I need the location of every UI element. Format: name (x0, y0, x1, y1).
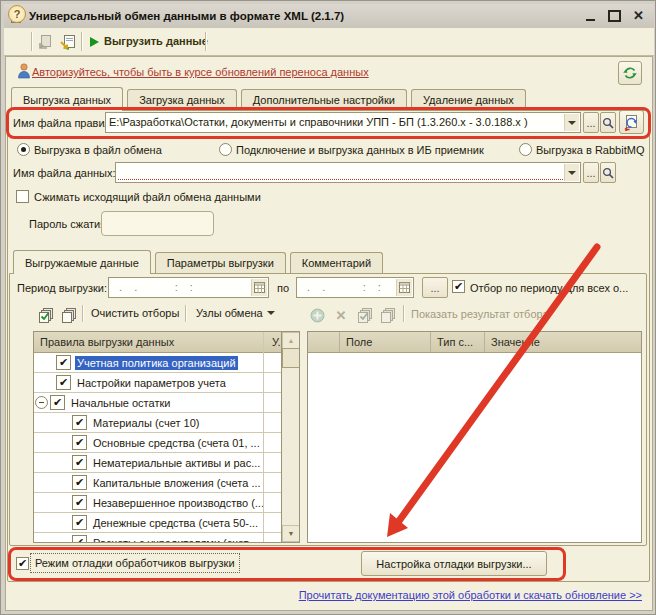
vertical-scrollbar[interactable]: ▲ ▼ (281, 332, 299, 542)
field-column-header: Поле (340, 332, 431, 352)
exchange-mode-label-0: Выгрузка в файл обмена (34, 144, 162, 156)
inner-tab-0[interactable]: Выгружаемые данные (13, 250, 151, 274)
rules-tree-row[interactable]: Капитальные вложения (счета ... (34, 473, 282, 493)
refresh-icon (622, 65, 638, 81)
data-file-label: Имя файла данных: (13, 167, 116, 179)
auth-link[interactable]: Авторизуйтесь, чтобы быть в курсе обновл… (32, 66, 369, 78)
exchange-mode-radio-0[interactable] (17, 143, 30, 156)
scroll-down-icon[interactable]: ▼ (282, 525, 300, 542)
minimize-button[interactable] (583, 8, 598, 23)
password-field[interactable] (101, 211, 214, 236)
inner-tab-2[interactable]: Комментарий (290, 252, 383, 273)
rules-tree-row[interactable]: Учетная политика организаций (34, 353, 282, 373)
filters-table: Поле Тип с... Значение (307, 331, 642, 543)
row-checkbox[interactable] (72, 475, 87, 490)
help-button[interactable]: ? (8, 5, 26, 23)
magnifier-icon (602, 117, 614, 129)
debug-mode-label-box[interactable]: Режим отладки обработчиков выгрузки (30, 553, 240, 573)
period-settings-button[interactable]: ... (422, 277, 448, 298)
rules-tree-row[interactable]: Настройки параметров учета (34, 373, 282, 393)
delete-filter-icon[interactable]: ✕ (333, 307, 349, 323)
password-label: Пароль сжатия: (29, 218, 109, 230)
exchange-nodes-button[interactable]: Узлы обмена (192, 305, 279, 321)
compress-checkbox[interactable] (16, 190, 29, 203)
period-from-field[interactable]: . . : : (108, 277, 269, 298)
clear-filters-button[interactable]: Очистить отборы (87, 305, 183, 321)
main-tab-1[interactable]: Загрузка данных (127, 89, 237, 110)
set-flags-disabled-icon[interactable] (356, 306, 374, 324)
row-label: Настройки параметров учета (75, 376, 228, 390)
collapse-toggle-icon[interactable] (35, 396, 48, 409)
rules-file-browse-button[interactable]: ... (583, 112, 599, 133)
period-filter-checkbox[interactable] (452, 280, 465, 293)
set-all-flags-icon[interactable] (37, 306, 55, 324)
reload-rules-icon (623, 114, 640, 131)
inner-tab-1[interactable]: Параметры выгрузки (155, 252, 286, 273)
maximize-button[interactable] (607, 8, 622, 23)
rules-tree-row[interactable]: Материалы (счет 10) (34, 413, 282, 433)
restore-values-icon[interactable] (36, 33, 54, 51)
main-tab-0[interactable]: Выгрузка данных (11, 87, 123, 111)
data-file-dropdown-icon[interactable] (564, 164, 579, 181)
filters-header: Поле Тип с... Значение (308, 332, 641, 353)
row-checkbox[interactable] (72, 435, 87, 450)
row-checkbox[interactable] (50, 395, 65, 410)
exchange-mode-radio-2[interactable] (519, 143, 532, 156)
row-checkbox[interactable] (72, 535, 87, 543)
exchange-mode-radio-1[interactable] (219, 143, 232, 156)
row-checkbox[interactable] (72, 495, 87, 510)
add-filter-icon[interactable] (309, 307, 325, 323)
rules-tree-row[interactable]: Нематериальные активы и рас... (34, 453, 282, 473)
rules-tree-row[interactable]: Незавершенное производство (... (34, 493, 282, 513)
filters-blank-column (308, 332, 340, 352)
export-rules-header: Правила выгрузки данных У... (34, 332, 299, 353)
row-checkbox[interactable] (72, 415, 87, 430)
exchange-nodes-label: Узлы обмена (196, 307, 263, 319)
comparison-type-column-header: Тип с... (431, 332, 485, 352)
close-button[interactable]: ✕ (631, 8, 646, 23)
reload-rules-button[interactable] (619, 110, 644, 134)
inner-tab-bar: Выгружаемые данныеПараметры выгрузкиКомм… (13, 252, 383, 273)
toolbar-separator (205, 32, 206, 51)
debug-mode-checkbox[interactable] (16, 557, 29, 570)
clear-all-flags-icon[interactable] (60, 306, 78, 324)
data-file-browse-button[interactable]: ... (583, 162, 599, 183)
row-label: Начальные остатки (69, 396, 172, 410)
window-title: Универсальный обмен данными в формате XM… (29, 10, 344, 22)
rules-file-combobox[interactable]: E:\Разработка\Остатки, документы и справ… (105, 112, 581, 133)
data-file-combobox[interactable] (115, 162, 581, 183)
person-icon (16, 62, 31, 79)
compress-label: Сжимать исходящий файл обмена данными (34, 191, 261, 203)
scrollbar-thumb[interactable] (282, 348, 300, 368)
rules-column-header: Правила выгрузки данных (34, 332, 269, 352)
rules-file-open-button[interactable] (600, 112, 616, 133)
rules-file-value: E:\Разработка\Остатки, документы и справ… (109, 116, 563, 128)
upload-data-label: Выгрузить данные (104, 35, 208, 47)
calendar-icon[interactable] (396, 279, 412, 296)
refresh-button[interactable] (618, 61, 642, 85)
rules-tree-row[interactable]: Денежные средства (счета 50-... (34, 513, 282, 533)
debug-mode-label: Режим отладки обработчиков выгрузки (35, 557, 235, 569)
row-checkbox[interactable] (56, 355, 71, 370)
rules-tree-row[interactable]: Основные средства (счета 01, ... (34, 433, 282, 453)
save-values-icon[interactable] (58, 33, 76, 51)
documentation-link[interactable]: Прочитать документацию этой обработки и … (299, 589, 642, 601)
scroll-up-icon[interactable]: ▲ (282, 332, 300, 349)
main-tab-2[interactable]: Дополнительные настройки (241, 89, 407, 110)
rules-tree-row[interactable]: Расчеты с учредителями (счет ... (34, 533, 282, 543)
row-checkbox[interactable] (56, 375, 71, 390)
toolbar-separator (403, 305, 404, 322)
period-to-field[interactable]: . . : : (296, 277, 414, 298)
show-filter-result-button[interactable]: Показать результат отбора (411, 308, 549, 320)
rules-file-dropdown-icon[interactable] (564, 114, 579, 131)
row-checkbox[interactable] (72, 515, 87, 530)
data-file-open-button[interactable] (600, 162, 616, 183)
row-checkbox[interactable] (72, 455, 87, 470)
main-tab-3[interactable]: Удаление данных (411, 89, 526, 110)
toolbar-separator (185, 305, 186, 322)
clear-flags-disabled-icon[interactable] (379, 306, 397, 324)
rules-tree-row[interactable]: Начальные остатки (34, 393, 282, 413)
debug-settings-button[interactable]: Настройка отладки выгрузки... (361, 551, 547, 576)
calendar-icon[interactable] (251, 279, 267, 296)
main-tab-bar: Выгрузка данныхЗагрузка данныхДополнител… (11, 89, 526, 110)
